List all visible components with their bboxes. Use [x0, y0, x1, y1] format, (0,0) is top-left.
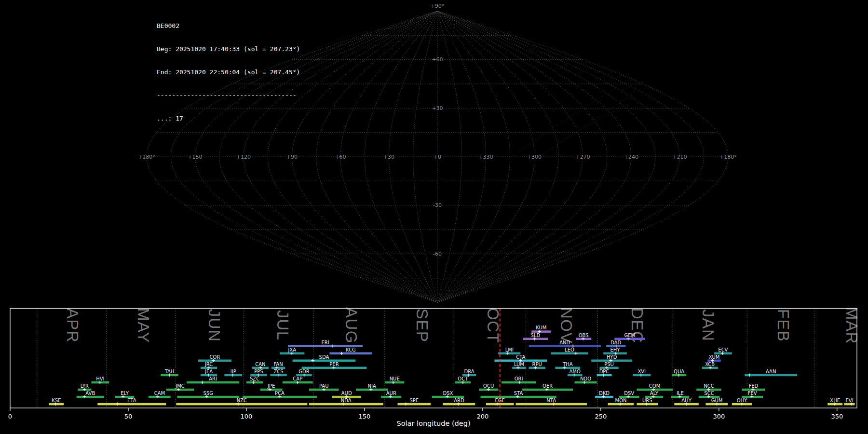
meteor-count: ...: 17: [157, 115, 300, 122]
shower-label: LUM: [514, 362, 524, 367]
shower-bar: [745, 374, 797, 377]
shower-label: FEV: [748, 391, 757, 396]
shower-label: DAD: [610, 340, 621, 345]
month-label: MAY: [135, 308, 152, 343]
shower-label: XCB: [705, 362, 715, 367]
observation-begin-time: Beg: 20251020 17:40:33 (sol = 207.23°): [157, 45, 300, 53]
x-axis-tick-labels: 050100150200250300350: [8, 413, 843, 420]
shower-label: OCU: [483, 383, 494, 389]
longitude-label: +240: [624, 154, 638, 160]
shower-label: SPE: [409, 398, 419, 403]
shower-bar: [149, 396, 171, 398]
shower-peak-marker: +: [748, 372, 751, 379]
shower-label: ELY: [121, 391, 129, 396]
month-label: NOV: [557, 307, 575, 344]
shower-label: JXA: [287, 347, 296, 353]
x-axis-ticks: [10, 408, 837, 411]
longitude-label: +180°: [719, 154, 737, 160]
shower-label: MON: [615, 398, 627, 403]
shower-label: GEM: [624, 333, 636, 338]
showers: +KUM+SLD+OBS+GEM+ERI+AND+DAD+JXA+KCG+LMI…: [49, 325, 854, 407]
separator-line: -------------------------------------: [157, 92, 300, 99]
shower-label: QUA: [674, 369, 684, 374]
month-label: OCT: [484, 308, 502, 343]
shower-label: CAN: [255, 362, 265, 367]
shower-bar: [329, 353, 372, 355]
shower-label: KCG: [346, 347, 356, 353]
shower-label: FAN: [274, 362, 283, 367]
month-label: APR: [64, 308, 81, 343]
shower-label: DRA: [464, 369, 474, 374]
shower-label: COR: [210, 354, 220, 360]
tick-label: 250: [595, 413, 607, 420]
shower-label: DPC: [599, 369, 610, 374]
latitude-label: +90°: [431, 3, 445, 9]
shower-label: JRC: [204, 362, 213, 367]
x-axis-title: Solar longitude (deg): [396, 420, 470, 427]
shower-label: SCC: [704, 391, 714, 396]
shower-label: XUM: [709, 354, 720, 360]
longitude-label: +60: [335, 154, 346, 160]
shower-label: DSX: [443, 391, 453, 396]
shower-label: KUM: [536, 325, 546, 330]
shower-label: ARI: [209, 376, 217, 381]
shower-label: AMO: [570, 369, 581, 374]
shower-label: GDR: [298, 369, 309, 374]
longitude-label: +300: [527, 154, 542, 160]
longitude-label: +150: [188, 154, 202, 160]
shower-label: OCT: [458, 376, 468, 381]
faint-tracks: [297, 25, 633, 163]
shower-bar: [187, 381, 239, 384]
shower-bar: [166, 389, 194, 391]
radiant-track-arc: [556, 104, 628, 146]
shower-label: XVI: [637, 369, 646, 374]
longitude-label: +90: [286, 154, 298, 160]
shower-label: ERI: [321, 340, 329, 345]
tick-label: 100: [241, 413, 253, 420]
shower-label: IIP: [231, 369, 236, 374]
shower-label: FED: [749, 383, 759, 389]
month-label: SEP: [413, 309, 431, 343]
shower-label: CTA: [516, 354, 525, 360]
shower-label: NUE: [390, 376, 400, 381]
shower-peak-marker: +: [330, 343, 334, 350]
shower-peak-marker: +: [201, 379, 204, 386]
shower-label: LEO: [565, 347, 574, 353]
shower-label: NCC: [704, 383, 714, 389]
longitude-label: +180°: [138, 154, 155, 160]
shower-label: STA: [514, 391, 523, 396]
longitude-label: +210: [672, 154, 687, 160]
shower-label: ORI: [515, 376, 523, 381]
shower-label: HYD: [607, 354, 617, 360]
shower-label: PAU: [319, 383, 329, 389]
shower-label: ILE: [677, 391, 684, 396]
shower-label: SSG: [203, 391, 213, 396]
shower-label: AHY: [681, 398, 692, 403]
shower-activity-timeline: APRMAYJUNJULAUGSEPOCTNOVDECJANFEBMAR+KUM…: [0, 306, 868, 434]
longitude-label: +270: [575, 154, 590, 160]
meridian-line: [437, 11, 704, 302]
shower-label: ALY: [650, 391, 659, 396]
shower-label: OHY: [737, 398, 747, 403]
shower-label: AUD: [341, 391, 352, 396]
month-label: AUG: [342, 307, 360, 344]
shower-label: EHY: [610, 347, 621, 353]
shower-label: SZC: [250, 376, 259, 381]
shower-label: SDA: [319, 354, 329, 360]
shower-label: ZCS: [274, 369, 284, 374]
shower-label: ARD: [454, 398, 464, 403]
shower-label: PER: [329, 362, 339, 367]
shower-label: OBS: [579, 333, 589, 338]
shower-label: JPE: [267, 383, 275, 389]
observation-end-time: End: 20251020 22:50:04 (sol = 207.45°): [157, 68, 300, 76]
shower-label: AVB: [85, 391, 95, 396]
shower-label: COM: [649, 383, 660, 389]
shower-label: AAN: [766, 369, 776, 374]
shower-label: GUM: [711, 398, 723, 403]
shower-label: NOO: [580, 376, 591, 381]
tick-label: 200: [476, 413, 488, 420]
tick-label: 350: [831, 413, 843, 420]
month-label: JAN: [699, 310, 717, 342]
shower-label: PCA: [275, 391, 285, 396]
shower-label: OER: [542, 383, 553, 389]
